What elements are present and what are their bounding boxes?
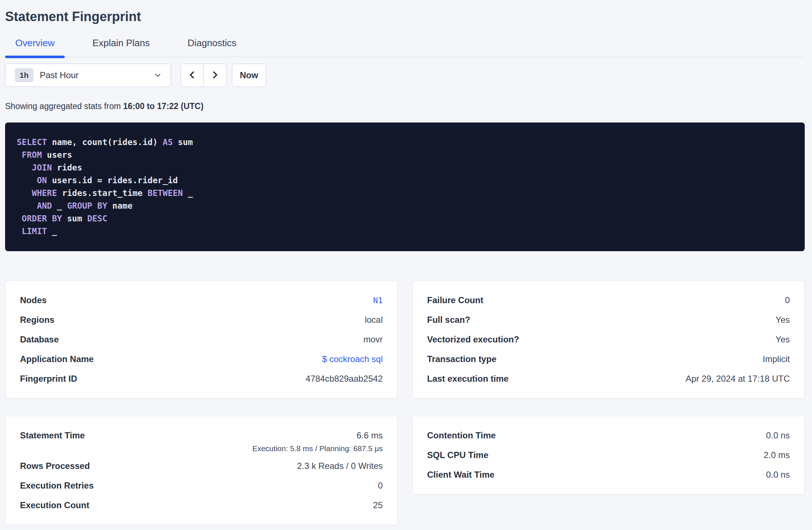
row-label: Statement Time — [20, 426, 85, 445]
row-label: Execution Retries — [20, 481, 94, 491]
sql-text: rides.start_time — [57, 188, 148, 198]
sql-cpu-time-value: 2.0 ms — [764, 450, 790, 460]
row-label: Database — [20, 334, 59, 345]
page-title: Statement Fingerprint — [5, 9, 805, 25]
sql-line: JOIN rides — [17, 161, 793, 174]
time-nav-button-group — [181, 64, 226, 87]
sql-keyword: DESC — [87, 214, 107, 223]
next-time-button[interactable] — [204, 64, 226, 87]
time-range-label: Past Hour — [40, 70, 79, 80]
application-name-link[interactable]: $ cockroach sql — [322, 354, 383, 364]
summary-cards: Nodes N1 Regions local Database movr App… — [5, 281, 805, 525]
sql-text — [17, 188, 32, 198]
row-full-scan: Full scan? Yes — [427, 310, 790, 330]
sql-keyword: LIMIT — [22, 226, 47, 236]
chevron-right-icon — [210, 70, 220, 81]
sql-text — [17, 226, 22, 236]
row-label: Regions — [20, 315, 55, 325]
sql-keyword: ORDER BY — [22, 214, 62, 223]
card-overview-details: Nodes N1 Regions local Database movr App… — [5, 281, 398, 398]
row-failure-count: Failure Count 0 — [427, 290, 790, 310]
tab-overview[interactable]: Overview — [5, 37, 65, 57]
sql-text: sum — [173, 137, 193, 147]
sql-line: ORDER BY sum DESC — [17, 212, 793, 225]
sql-keyword: SELECT — [17, 137, 47, 147]
sql-text: _ — [52, 201, 67, 210]
row-sql-cpu-time: SQL CPU Time 2.0 ms — [427, 445, 790, 465]
sql-text — [17, 176, 37, 185]
row-rows-processed: Rows Processed 2.3 k Reads / 0 Writes — [20, 456, 383, 476]
fingerprint-id-value: 4784cb829aab2542 — [306, 374, 383, 384]
sql-line: LIMIT _ — [17, 225, 793, 238]
row-contention-time: Contention Time 0.0 ns — [427, 426, 790, 445]
sql-line: SELECT name, count(rides.id) AS sum — [17, 136, 793, 149]
row-label: Failure Count — [427, 295, 483, 305]
row-label: Fingerprint ID — [20, 374, 77, 384]
sql-keyword: ON — [37, 176, 47, 185]
failure-count-value: 0 — [785, 295, 790, 305]
sql-text: rides — [52, 163, 82, 172]
regions-value: local — [365, 315, 383, 325]
tab-explain-plans[interactable]: Explain Plans — [82, 37, 160, 57]
sql-text: _ — [47, 226, 57, 236]
tab-bar: Overview Explain Plans Diagnostics — [5, 37, 805, 57]
contention-time-value: 0.0 ns — [766, 430, 790, 441]
sql-keyword: GROUP BY — [67, 201, 107, 210]
sql-keyword: FROM — [22, 150, 42, 160]
sql-text: sum — [62, 214, 87, 223]
row-application-name: Application Name $ cockroach sql — [20, 349, 383, 369]
database-value: movr — [363, 334, 383, 345]
card-timing-stats: Statement Time 6.6 ms Execution: 5.8 ms … — [5, 416, 398, 525]
row-label: Execution Count — [20, 500, 89, 510]
tab-diagnostics[interactable]: Diagnostics — [177, 37, 246, 57]
row-statement-time: Statement Time 6.6 ms Execution: 5.8 ms … — [20, 426, 383, 456]
sql-keyword: AS — [163, 137, 173, 147]
client-wait-time-value: 0.0 ns — [766, 470, 790, 480]
row-client-wait-time: Client Wait Time 0.0 ns — [427, 465, 790, 485]
execution-count-value: 25 — [373, 500, 383, 510]
row-label: Transaction type — [427, 354, 497, 364]
row-label: Last execution time — [427, 374, 508, 384]
last-execution-time-value: Apr 29, 2024 at 17:18 UTC — [686, 374, 790, 384]
statement-time-value: 6.6 ms — [357, 426, 383, 445]
sql-line: ON users.id = rides.rider_id — [17, 174, 793, 187]
transaction-type-value: Implicit — [763, 354, 790, 364]
chevron-left-icon — [187, 70, 197, 81]
execution-retries-value: 0 — [378, 481, 383, 491]
row-execution-count: Execution Count 25 — [20, 495, 383, 515]
time-interval-badge: 1h — [15, 68, 33, 82]
prev-time-button[interactable] — [181, 64, 204, 87]
stats-caption: Showing aggregated stats from 16:00 to 1… — [5, 101, 805, 111]
sql-text: name — [107, 201, 132, 210]
row-transaction-type: Transaction type Implicit — [427, 349, 790, 369]
row-database: Database movr — [20, 330, 383, 349]
sql-text: users.id = rides.rider_id — [47, 176, 178, 185]
sql-keyword: JOIN — [32, 163, 52, 172]
row-nodes: Nodes N1 — [20, 290, 383, 310]
sql-text: _ — [183, 188, 193, 198]
sql-keyword: BETWEEN — [148, 188, 183, 198]
sql-text — [17, 163, 32, 172]
row-label: Full scan? — [427, 315, 470, 325]
full-scan-value: Yes — [776, 315, 790, 325]
now-button[interactable]: Now — [232, 64, 266, 87]
statement-fingerprint-page: Statement Fingerprint Overview Explain P… — [0, 0, 812, 525]
row-label: Rows Processed — [20, 461, 90, 471]
row-fingerprint-id: Fingerprint ID 4784cb829aab2542 — [20, 369, 383, 389]
row-execution-retries: Execution Retries 0 — [20, 476, 383, 495]
sql-text: name, count(rides.id) — [47, 137, 163, 147]
sql-line: WHERE rides.start_time BETWEEN _ — [17, 187, 793, 200]
row-regions: Regions local — [20, 310, 383, 330]
sql-keyword: AND — [37, 201, 52, 210]
sql-statement-box: SELECT name, count(rides.id) AS sum FROM… — [5, 123, 805, 251]
time-range-dropdown[interactable]: 1h Past Hour — [5, 64, 171, 87]
row-label: Client Wait Time — [427, 470, 494, 480]
row-last-execution-time: Last execution time Apr 29, 2024 at 17:1… — [427, 369, 790, 389]
statement-time-breakdown: Execution: 5.8 ms / Planning: 687.5 µs — [252, 444, 383, 456]
chevron-down-icon — [153, 71, 162, 80]
row-label: Nodes — [20, 295, 47, 305]
nodes-link[interactable]: N1 — [373, 296, 383, 305]
row-label: Contention Time — [427, 430, 496, 441]
card-contention-stats: Contention Time 0.0 ns SQL CPU Time 2.0 … — [412, 416, 805, 494]
row-label: Application Name — [20, 354, 94, 364]
